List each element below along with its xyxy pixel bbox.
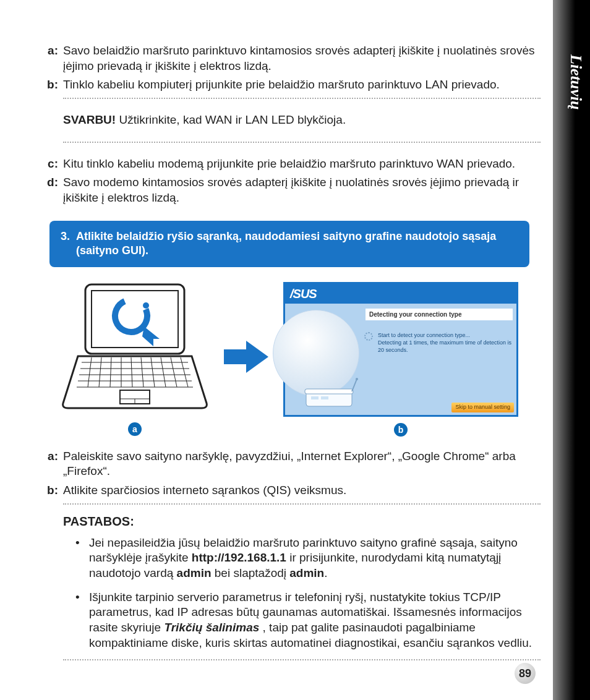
page-number: 89	[515, 663, 536, 684]
spinner-icon	[364, 332, 373, 341]
substep-b: b: Atlikite sparčiosios interneto sąrank…	[38, 483, 541, 498]
circle-label-b: b	[394, 423, 408, 437]
step3-banner: 3. Atlikite belaidžio ryšio sąranką, nau…	[49, 221, 529, 267]
note1-p5: .	[324, 566, 327, 579]
svg-rect-1	[92, 291, 178, 348]
laptop-column: a	[61, 282, 209, 436]
side-language-tab: Lietuvių	[553, 0, 590, 700]
dotted-separator	[63, 98, 541, 99]
laptop-icon	[61, 282, 209, 412]
dotted-separator	[63, 659, 541, 660]
page-content: a: Savo belaidžio maršruto parinktuvo ki…	[38, 43, 541, 665]
step-c-text: Kitu tinklo kabeliu modemą prijunkite pr…	[63, 156, 541, 172]
note1-p2: naršyklėje įrašykite	[89, 551, 192, 564]
gui-header: Detecting your connection type	[366, 309, 513, 320]
important-note: SVARBU! Užtikrinkite, kad WAN ir LAN LED…	[63, 104, 541, 137]
circle-label-a: a	[128, 422, 142, 436]
substep-b-key: b:	[38, 483, 63, 498]
note2-em: Trikčių šalinimas	[164, 621, 259, 634]
note-2-text: Išjunkite tarpinio serverio parametrus i…	[89, 590, 541, 651]
svg-point-3	[143, 302, 149, 309]
note1-p1: Jei nepasileidžia jūsų belaidžio maršrut…	[89, 536, 518, 549]
step-c: c: Kitu tinklo kabeliu modemą prijunkite…	[38, 156, 541, 172]
side-language-label: Lietuvių	[560, 54, 585, 110]
note1-p4: bei slaptažodį	[212, 566, 290, 579]
dotted-separator	[63, 142, 541, 143]
svg-rect-26	[311, 396, 319, 399]
note-2: • Išjunkite tarpinio serverio parametrus…	[75, 590, 541, 651]
step-a-key: a:	[38, 43, 63, 74]
step-d-text: Savo modemo kintamosios srovės adapterį …	[63, 175, 541, 205]
gui-window: /SUS Detecting yo	[283, 282, 518, 417]
step-d-key: d:	[38, 175, 63, 205]
note2-p1: Išjunkite tarpinio serverio parametrus i…	[89, 591, 501, 604]
bullet-icon: •	[75, 536, 89, 581]
note-1-text: Jei nepasileidžia jūsų belaidžio maršrut…	[89, 536, 541, 581]
substep-a: a: Paleiskite savo saityno naršyklę, pav…	[38, 449, 541, 479]
note1-pass: admin	[289, 566, 324, 579]
bullet-icon: •	[75, 590, 89, 651]
skip-manual-button[interactable]: Skip to manual setting	[451, 403, 514, 412]
svg-rect-23	[305, 389, 353, 394]
step-b-key: b:	[38, 77, 63, 93]
router-icon	[304, 378, 359, 410]
step-b-text: Tinklo kabeliu kompiuterį prijunkite pri…	[63, 77, 541, 93]
gui-right-panel: Detecting your connection type Start to …	[366, 304, 516, 415]
svg-rect-27	[321, 396, 328, 399]
step-a: a: Savo belaidžio maršruto parinktuvo ki…	[38, 43, 541, 74]
step3-number: 3.	[61, 229, 70, 258]
substep-a-text: Paleiskite savo saityno naršyklę, pavyzd…	[63, 449, 541, 479]
gui-column: /SUS Detecting yo	[283, 282, 518, 437]
arrow-icon	[221, 338, 271, 380]
step3-text: Atlikite belaidžio ryšio sąranką, naudod…	[76, 229, 518, 258]
gui-body: Detecting your connection type Start to …	[285, 304, 516, 415]
note1-url: http://192.168.1.1	[192, 551, 286, 564]
step-c-key: c:	[38, 156, 63, 172]
dotted-separator	[63, 503, 541, 505]
step-d-text-before: Savo modemo kintamosios srovės adapterį …	[63, 176, 509, 189]
important-label: SVARBU!	[63, 113, 116, 126]
diagram-row: a /SUS	[38, 282, 541, 437]
gui-screenshot: /SUS Detecting yo	[283, 282, 518, 417]
svg-point-25	[356, 378, 358, 380]
gui-left-illustration	[285, 304, 366, 415]
gui-line2: Detecting at 1 times, the maximum time o…	[378, 339, 511, 353]
svg-line-24	[352, 379, 357, 391]
laptop-illustration	[61, 282, 209, 416]
substep-b-text: Atlikite sparčiosios interneto sąrankos …	[63, 483, 541, 498]
note1-user: admin	[177, 566, 212, 579]
asus-logo: /SUS	[285, 284, 516, 304]
important-text: Užtikrinkite, kad WAN ir LAN LED blykčio…	[116, 113, 346, 126]
gui-line1: Start to detect your connection type...	[378, 332, 470, 338]
gui-message: Start to detect your connection type... …	[366, 331, 513, 354]
step-d: d: Savo modemo kintamosios srovės adapte…	[38, 175, 541, 205]
substep-a-key: a:	[38, 449, 63, 479]
step-b: b: Tinklo kabeliu kompiuterį prijunkite …	[38, 77, 541, 93]
note-1: • Jei nepasileidžia jūsų belaidžio maršr…	[75, 536, 541, 581]
step-a-text: Savo belaidžio maršruto parinktuvo kinta…	[63, 43, 541, 74]
notes-heading: PASTABOS:	[63, 513, 541, 529]
